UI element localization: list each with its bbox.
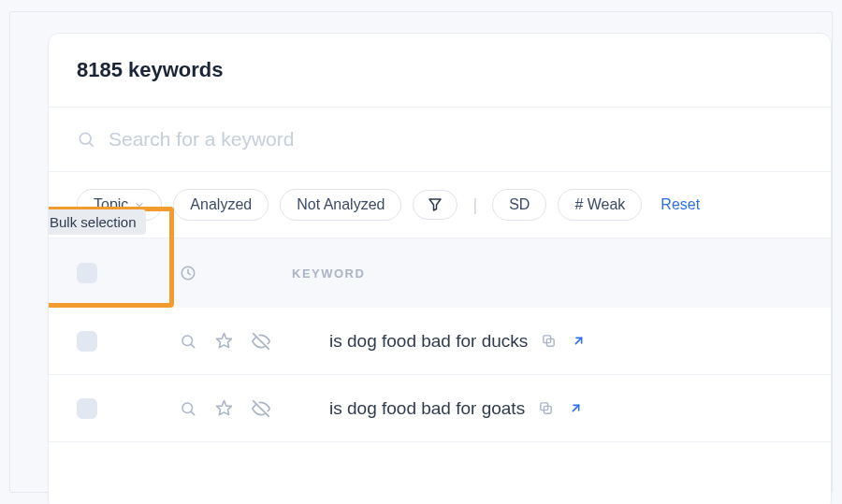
funnel-icon	[427, 196, 443, 213]
row-checkbox[interactable]	[77, 331, 97, 352]
filter-not-analyzed-label: Not Analyzed	[297, 196, 385, 213]
star-icon[interactable]	[215, 399, 233, 417]
row-checkbox[interactable]	[77, 398, 97, 419]
keyword-text: is dog food bad for goats	[329, 398, 525, 419]
svg-marker-5	[217, 334, 232, 348]
table-row: is dog food bad for goats	[49, 375, 831, 442]
copy-icon[interactable]	[541, 333, 557, 349]
filter-sd[interactable]: SD	[492, 189, 546, 221]
external-link-icon[interactable]	[572, 334, 586, 348]
search-icon	[77, 130, 95, 149]
filter-analyzed[interactable]: Analyzed	[173, 189, 269, 221]
svg-marker-12	[217, 401, 232, 415]
svg-point-3	[182, 336, 193, 346]
svg-line-9	[576, 338, 582, 343]
filter-funnel[interactable]	[413, 190, 457, 220]
reset-button[interactable]: Reset	[661, 196, 700, 213]
external-link-icon[interactable]	[569, 401, 583, 415]
page-title: 8185 keywords	[77, 58, 803, 82]
svg-line-4	[191, 344, 194, 347]
column-keyword-label: KEYWORD	[292, 266, 365, 281]
filter-weak[interactable]: # Weak	[558, 189, 642, 221]
filter-sd-label: SD	[509, 196, 530, 213]
bulk-select-checkbox[interactable]	[77, 263, 97, 283]
search-icon[interactable]	[180, 333, 196, 350]
search-row	[49, 108, 831, 172]
svg-line-16	[573, 405, 579, 410]
svg-line-1	[90, 143, 94, 147]
eye-off-icon[interactable]	[252, 399, 270, 418]
svg-point-10	[182, 403, 193, 413]
search-icon[interactable]	[180, 400, 196, 417]
table-header-row: Bulk selection KEYWORD	[49, 238, 831, 308]
filter-weak-label: # Weak	[574, 196, 625, 213]
copy-icon[interactable]	[538, 400, 554, 416]
table-row: is dog food bad for ducks	[49, 308, 831, 375]
eye-off-icon[interactable]	[252, 332, 270, 351]
star-icon[interactable]	[215, 332, 233, 350]
filter-separator: |	[469, 195, 481, 215]
clock-icon	[180, 265, 196, 281]
bulk-selection-tooltip: Bulk selection	[48, 209, 146, 235]
filter-not-analyzed[interactable]: Not Analyzed	[280, 189, 401, 221]
svg-point-0	[80, 133, 91, 144]
search-input[interactable]	[109, 128, 803, 151]
filter-analyzed-label: Analyzed	[190, 196, 252, 213]
keyword-text: is dog food bad for ducks	[329, 331, 528, 352]
filters-row: Topic Analyzed Not Analyzed | SD #	[49, 172, 831, 238]
svg-line-11	[191, 411, 194, 414]
